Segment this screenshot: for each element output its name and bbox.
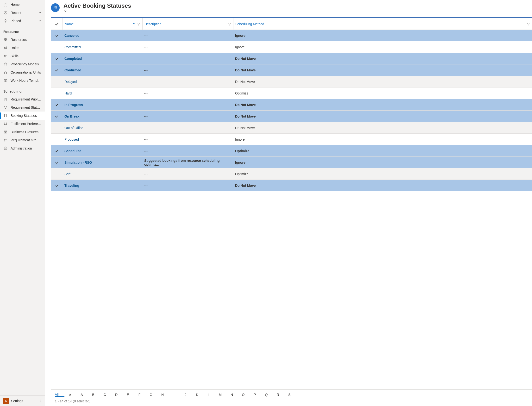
table-row[interactable]: Hard --- Optimize xyxy=(51,87,532,99)
letter-filter-k[interactable]: K xyxy=(191,393,203,397)
cell-scheduling-method: Do Not Move xyxy=(233,53,532,64)
table-row[interactable]: Scheduled --- Optimize xyxy=(51,145,532,157)
record-link[interactable]: Scheduled xyxy=(65,149,81,153)
cell-description: --- xyxy=(142,122,233,133)
letter-filter-d[interactable]: D xyxy=(111,393,122,397)
sidebar-area-switcher[interactable]: S Settings xyxy=(0,395,45,406)
letter-filter-f[interactable]: F xyxy=(134,393,145,397)
row-select[interactable] xyxy=(51,145,63,157)
check-icon xyxy=(55,184,59,188)
row-select[interactable] xyxy=(51,65,63,76)
table-row[interactable]: On Break --- Do Not Move xyxy=(51,111,532,122)
pin-icon xyxy=(3,19,8,23)
letter-filter-c[interactable]: C xyxy=(99,393,111,397)
letter-filter-#[interactable]: # xyxy=(65,393,76,397)
filter-icon[interactable] xyxy=(228,22,231,26)
svg-point-13 xyxy=(4,107,5,107)
row-select[interactable] xyxy=(51,53,63,64)
letter-filter-m[interactable]: M xyxy=(214,393,226,397)
row-select[interactable] xyxy=(51,180,63,191)
record-link[interactable]: Completed xyxy=(65,57,82,61)
sidebar-item-organizational-units[interactable]: Organizational Units xyxy=(0,68,45,76)
row-select[interactable] xyxy=(51,99,63,110)
sidebar-item-resources[interactable]: Resources xyxy=(0,36,45,44)
table-row[interactable]: Completed --- Do Not Move xyxy=(51,53,532,65)
sidebar-item-requirement-priorities[interactable]: Requirement Priorities xyxy=(0,95,45,103)
letter-filter-p[interactable]: P xyxy=(249,393,261,397)
row-select[interactable] xyxy=(51,30,63,41)
sidebar-item-work-hours-templates[interactable]: Work Hours Templates xyxy=(0,76,45,85)
letter-filter-b[interactable]: B xyxy=(87,393,99,397)
letter-filter-j[interactable]: J xyxy=(180,393,191,397)
record-link[interactable]: Confirmed xyxy=(65,68,81,72)
gear-icon xyxy=(3,146,8,151)
table-row[interactable]: In Progress --- Do Not Move xyxy=(51,99,532,111)
row-select[interactable] xyxy=(51,87,63,99)
record-link[interactable]: On Break xyxy=(65,114,79,118)
letter-filter-s[interactable]: S xyxy=(284,393,295,397)
sidebar-item-administration[interactable]: Administration xyxy=(0,144,45,152)
record-link[interactable]: Committed xyxy=(65,45,81,49)
letter-filter-h[interactable]: H xyxy=(157,393,168,397)
record-link[interactable]: Proposed xyxy=(65,138,79,141)
letter-filter-o[interactable]: O xyxy=(238,393,249,397)
table-row[interactable]: Proposed --- Ignore xyxy=(51,134,532,145)
filter-icon[interactable] xyxy=(527,22,530,26)
sidebar-item-proficiency-models[interactable]: Proficiency Models xyxy=(0,60,45,68)
letter-filter-r[interactable]: R xyxy=(272,393,284,397)
row-select[interactable] xyxy=(51,41,63,53)
chevron-down-icon xyxy=(38,19,42,22)
sidebar-item-requirement-group[interactable]: Requirement Group ... xyxy=(0,136,45,144)
row-select[interactable] xyxy=(51,111,63,122)
select-all-column[interactable] xyxy=(51,18,63,29)
sidebar-item-fulfillment-preferences[interactable]: Fulfillment Preferences xyxy=(0,120,45,128)
table-row[interactable]: Out of Office --- Do Not Move xyxy=(51,122,532,134)
column-header-scheduling-method[interactable]: Scheduling Method xyxy=(233,18,532,29)
record-link[interactable]: Simulation - RSO xyxy=(65,160,92,164)
record-link[interactable]: Soft xyxy=(65,172,70,176)
cell-name: Delayed xyxy=(63,76,142,87)
record-link[interactable]: Traveling xyxy=(65,184,79,188)
letter-filter-a[interactable]: A xyxy=(76,393,87,397)
sidebar-item-business-closures[interactable]: Business Closures xyxy=(0,128,45,136)
grid-wrap: Name Description Scheduling Method xyxy=(51,17,532,406)
sidebar-item-home[interactable]: Home xyxy=(0,0,45,9)
letter-filter-i[interactable]: I xyxy=(168,393,180,397)
letter-filter-all[interactable]: All xyxy=(55,392,65,397)
letter-filter-g[interactable]: G xyxy=(145,393,157,397)
table-row[interactable]: Simulation - RSO Suggested bookings from… xyxy=(51,157,532,168)
record-link[interactable]: In Progress xyxy=(65,103,83,107)
sidebar-group-title: Resource xyxy=(0,25,45,36)
row-select[interactable] xyxy=(51,76,63,87)
row-select[interactable] xyxy=(51,134,63,145)
view-title[interactable]: Active Booking Statuses xyxy=(64,2,133,13)
table-row[interactable]: Committed --- Ignore xyxy=(51,41,532,53)
table-row[interactable]: Delayed --- Do Not Move xyxy=(51,76,532,87)
sidebar-item-booking-statuses[interactable]: Booking Statuses xyxy=(0,112,45,120)
letter-filter-l[interactable]: L xyxy=(203,393,214,397)
record-link[interactable]: Canceled xyxy=(65,34,79,37)
grid-body[interactable]: Canceled --- Ignore Committed --- Ignore… xyxy=(51,30,532,389)
sidebar-item-requirement-statuses[interactable]: Requirement Statuses xyxy=(0,103,45,112)
letter-filter-q[interactable]: Q xyxy=(261,393,272,397)
row-select[interactable] xyxy=(51,157,63,168)
sidebar-item-pinned[interactable]: Pinned xyxy=(0,17,45,25)
table-row[interactable]: Traveling --- Do Not Move xyxy=(51,180,532,191)
filter-icon[interactable] xyxy=(137,22,140,26)
sidebar-item-roles[interactable]: Roles xyxy=(0,44,45,52)
record-link[interactable]: Delayed xyxy=(65,80,77,84)
column-header-name[interactable]: Name xyxy=(63,18,142,29)
letter-filter-e[interactable]: E xyxy=(122,393,134,397)
record-link[interactable]: Hard xyxy=(65,91,72,95)
sidebar-item-skills[interactable]: Skills xyxy=(0,52,45,60)
column-header-description[interactable]: Description xyxy=(142,18,233,29)
sidebar-item-recent[interactable]: Recent xyxy=(0,9,45,17)
row-select[interactable] xyxy=(51,122,63,133)
row-select[interactable] xyxy=(51,168,63,180)
sidebar-scroll: Home Recent Pinned Resource Resources Ro… xyxy=(0,0,45,395)
table-row[interactable]: Soft --- Optimize xyxy=(51,168,532,180)
table-row[interactable]: Canceled --- Ignore xyxy=(51,30,532,41)
letter-filter-n[interactable]: N xyxy=(226,393,238,397)
record-link[interactable]: Out of Office xyxy=(65,126,83,130)
table-row[interactable]: Confirmed --- Do Not Move xyxy=(51,65,532,76)
